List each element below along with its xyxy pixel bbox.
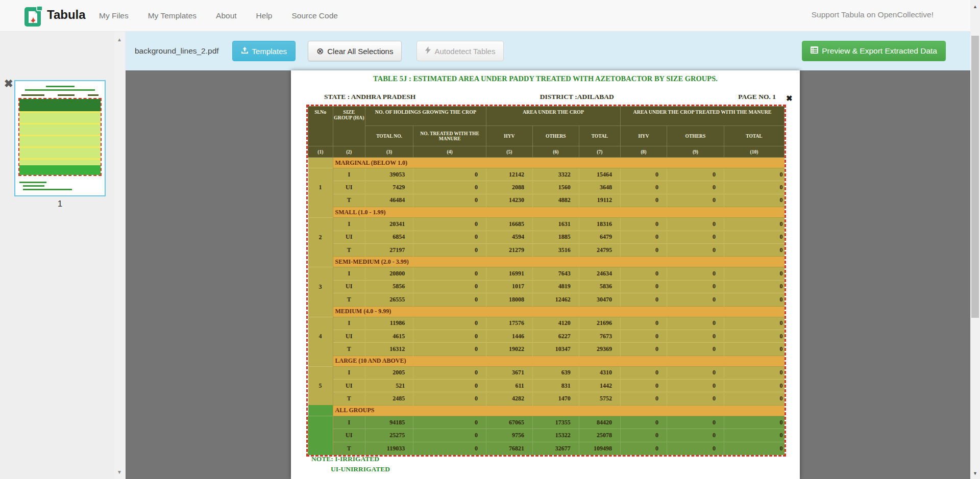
group-header-row: MEDIUM (4.0 - 9.99) <box>308 306 785 317</box>
table-cell: 25275 <box>365 429 413 442</box>
table-selection-box[interactable]: ✖ Sl.No SIZE GROUP (HA) NO. OF HOLDINGS … <box>306 105 786 457</box>
table-cell: 0 <box>667 168 724 181</box>
thumb-title-line <box>46 86 75 87</box>
table-cell: 0 <box>413 429 486 442</box>
table-cell: 0 <box>620 317 667 330</box>
table-cell: 0 <box>667 243 724 256</box>
table-cell: 21279 <box>486 243 532 256</box>
table-cell: 0 <box>667 416 724 428</box>
page-sidebar: ▲ ▼ ✖ 1 <box>0 32 126 479</box>
tabula-logo-icon[interactable] <box>24 5 43 27</box>
table-cell: 0 <box>667 280 724 293</box>
circle-x-icon: ⊗ <box>316 47 324 56</box>
group-header-row: SEMI-MEDIUM (2.0 - 3.99) <box>308 257 785 267</box>
window-scrollbar[interactable]: ▲ ▼ <box>970 0 980 479</box>
thumb-note-line <box>23 189 72 190</box>
table-cell: 24634 <box>579 267 620 280</box>
table-row: UI58560101748195836000 <box>308 280 785 293</box>
note-line: NOTE: I-IRRIGATED <box>311 454 390 464</box>
table-cell: 0 <box>667 330 724 342</box>
table-cell: 19112 <box>579 194 620 207</box>
table-cell: 0 <box>413 181 486 194</box>
column-number: (10) <box>724 146 784 158</box>
scroll-down-icon[interactable]: ▼ <box>114 469 125 475</box>
group-label: SEMI-MEDIUM (2.0 - 3.99) <box>333 257 784 267</box>
district-label: DISTRICT :ADILABAD <box>540 93 614 101</box>
thumb-table-header <box>19 99 101 111</box>
group-header-row: SMALL (1.0 - 1.99) <box>308 207 785 218</box>
column-number: (4) <box>413 146 486 158</box>
thumb-table-preview <box>18 98 102 176</box>
table-cell: 11986 <box>365 317 413 330</box>
scroll-up-icon[interactable]: ▲ <box>970 4 980 9</box>
page-thumbnail[interactable] <box>14 80 106 196</box>
table-cell: 84420 <box>579 416 620 428</box>
table-cell: 7673 <box>579 330 620 342</box>
nav-my-templates[interactable]: My Templates <box>148 11 197 20</box>
table-cell: 16312 <box>365 343 413 356</box>
clear-selections-button[interactable]: ⊗ Clear All Selections <box>308 41 402 61</box>
table-cell: 17576 <box>486 317 532 330</box>
nav-source-code[interactable]: Source Code <box>291 11 337 20</box>
nav-help[interactable]: Help <box>256 11 273 20</box>
table-cell: 0 <box>413 330 486 342</box>
table-row: T27197021279351624795000 <box>308 243 785 256</box>
table-cell: 0 <box>413 168 486 181</box>
table-cell: 0 <box>724 243 784 256</box>
row-label-cell: T <box>333 343 365 356</box>
table-cell: 1631 <box>532 218 579 231</box>
brand-title[interactable]: Tabula <box>47 8 86 22</box>
table-cell: 0 <box>413 442 486 455</box>
slno-cell <box>308 356 333 366</box>
table-cell: 16685 <box>486 218 532 231</box>
table-cell: 0 <box>413 392 486 405</box>
table-cell: 611 <box>486 380 532 392</box>
table-cell: 46484 <box>365 194 413 207</box>
table-cell: 19022 <box>486 343 532 356</box>
column-number: (8) <box>620 146 667 158</box>
row-label-cell: UI <box>333 380 365 392</box>
table-cell: 0 <box>667 218 724 231</box>
table-cell: 119033 <box>365 442 413 455</box>
autodetect-tables-button[interactable]: Autodetect Tables <box>416 41 504 61</box>
column-number: (2) <box>333 146 365 158</box>
nav-my-files[interactable]: My Files <box>99 11 129 20</box>
column-header: OTHERS <box>532 126 579 146</box>
group-header-row: ALL GROUPS <box>308 405 785 416</box>
table-cell: 4882 <box>532 194 579 207</box>
row-label-cell: UI <box>333 181 365 194</box>
table-cell: 4282 <box>486 392 532 405</box>
table-cell: 0 <box>724 194 784 207</box>
column-number: (5) <box>486 146 532 158</box>
table-cell: 0 <box>667 231 724 243</box>
table-cell: 18316 <box>579 218 620 231</box>
delete-page-icon[interactable]: ✖ <box>4 78 13 90</box>
sidebar-scrollbar[interactable]: ▲ ▼ <box>114 32 125 479</box>
document-viewport[interactable]: TABLE 5J : ESTIMATED AREA UNDER PADDY TR… <box>126 70 970 479</box>
remove-selection-icon[interactable]: ✖ <box>786 94 793 103</box>
table-row: 1I39053012142332215464000 <box>308 168 785 181</box>
column-number: (3) <box>365 146 413 158</box>
pdf-page[interactable]: TABLE 5J : ESTIMATED AREA UNDER PADDY TR… <box>291 70 800 479</box>
row-label-cell: T <box>333 194 365 207</box>
table-header: Sl.No SIZE GROUP (HA) NO. OF HOLDINGS GR… <box>308 107 785 158</box>
nav-about[interactable]: About <box>216 11 237 20</box>
table-cell: 0 <box>667 366 724 379</box>
table-cell: 0 <box>620 267 667 280</box>
table-row: T163120190221034729369000 <box>308 343 785 356</box>
row-label-cell: I <box>333 218 365 231</box>
navbar: Tabula My Files My Templates About Help … <box>0 0 970 32</box>
scroll-up-icon[interactable]: ▲ <box>114 37 125 42</box>
scroll-down-icon[interactable]: ▼ <box>970 471 980 476</box>
table-cell: 0 <box>413 416 486 428</box>
column-header: NO. TREATED WITH THE MANURE <box>413 126 486 146</box>
table-cell: 0 <box>620 416 667 428</box>
table-cell: 94185 <box>365 416 413 428</box>
scrollbar-thumb[interactable] <box>971 36 979 318</box>
table-cell: 0 <box>667 429 724 442</box>
table-cell: 0 <box>620 293 667 306</box>
templates-button[interactable]: Templates <box>232 41 296 61</box>
column-header: HYV <box>620 126 667 146</box>
export-button[interactable]: Preview & Export Extracted Data <box>802 41 946 61</box>
support-link[interactable]: Support Tabula on OpenCollective! <box>812 10 934 19</box>
